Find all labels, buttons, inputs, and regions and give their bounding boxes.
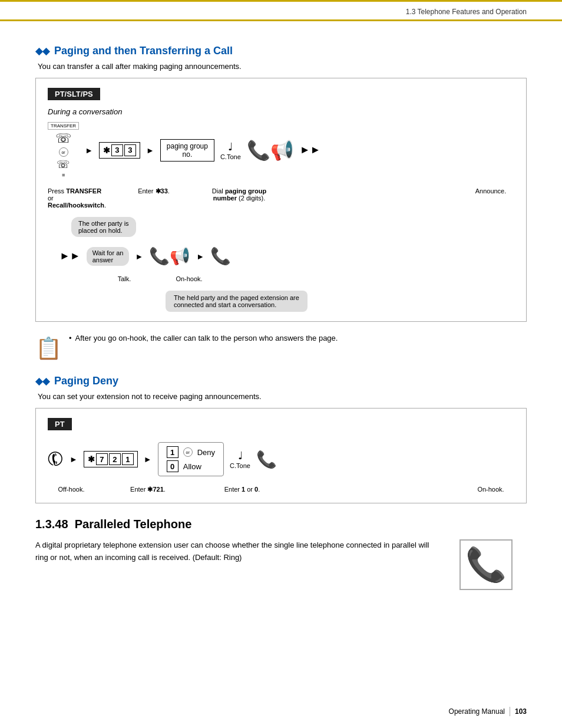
deny-onhook-icon: 📞 <box>256 450 277 469</box>
paralleled-desc: A digital proprietary telephone extensio… <box>35 539 436 564</box>
arrow-3: ► <box>135 252 143 261</box>
paging-deny-diagram: PT ✆ ► ✱ 7 2 1 ► 1 or <box>35 408 527 503</box>
deny-captions: Off-hook. Enter ✱721. Enter 1 or 0. On-h… <box>48 486 514 493</box>
deny-arrow-2: ► <box>144 454 152 464</box>
deny-allow-box: 1 or Deny 0 Allow <box>158 442 224 476</box>
deny-flow-row: ✆ ► ✱ 7 2 1 ► 1 or Deny <box>48 442 514 476</box>
diagram-pt-slt-ps-label: PT/SLT/PS <box>48 88 100 100</box>
flow-row-2: ►► Wait for ananswer ► 📞📢 ► 📞 <box>59 246 514 266</box>
allow-label: Allow <box>183 462 201 471</box>
deny-or-circle: or <box>183 447 193 457</box>
onhook-caption-1: On-hook. <box>166 275 213 282</box>
section-title-paging-deny: ◆◆ Paging Deny <box>35 375 527 387</box>
page-header: 1.3 Telephone Features and Operation <box>0 2 562 21</box>
flow-row-1: TRANSFER ☏ or ☏ ≡ ► ✱ 3 3 ► paging group… <box>48 122 514 178</box>
section-paging-deny: ◆◆ Paging Deny You can set your extensio… <box>35 375 527 503</box>
paralleled-section-title: 1.3.48 Paralleled Telephone <box>35 518 527 531</box>
dial-paging-caption: Dial paging group number (2 digits). <box>201 187 277 209</box>
paging-transfer-desc: You can transfer a call after making pag… <box>38 62 527 71</box>
press-transfer-caption: Press TRANSFER or Recall/hookswitch. <box>48 187 107 209</box>
key-2: 2 <box>109 453 121 465</box>
talk-caption: Talk. <box>101 275 148 282</box>
section-number: 1.3.48 <box>35 518 68 531</box>
section-paralleled-telephone: 1.3.48 Paralleled Telephone A digital pr… <box>35 518 527 590</box>
paging-group-box: paging groupno. <box>160 139 214 162</box>
ctone-label-2: C.Tone <box>230 462 250 469</box>
diagram-pt-label: PT <box>48 418 72 430</box>
enter-star721-caption: Enter ✱721. <box>118 486 177 493</box>
arrow-1: ► <box>85 146 93 155</box>
diamond-icon-2: ◆◆ <box>35 375 49 387</box>
key-7: 7 <box>96 453 108 465</box>
ctone-note-symbol: ♩ <box>228 140 233 153</box>
paging-transfer-diagram: PT/SLT/PS During a conversation TRANSFER… <box>35 78 527 322</box>
deny-arrow-1: ► <box>70 454 78 464</box>
section-heading: Paralleled Telephone <box>75 518 192 531</box>
header-section-ref: 1.3 Telephone Features and Operation <box>406 8 527 16</box>
ctone-area-1: ♩ C.Tone <box>220 140 241 160</box>
wait-bubble: Wait for ananswer <box>87 247 130 266</box>
paralleled-phone-icon: 📞 <box>459 539 513 590</box>
paging-group-label: paging groupno. <box>167 142 208 159</box>
note-bullet: • After you go on-hook, the caller can t… <box>69 334 338 342</box>
ctone-note-symbol-2: ♩ <box>238 449 243 462</box>
during-conversation-label: During a conversation <box>48 107 514 116</box>
enter-star33-caption: Enter ✱33. <box>124 187 183 209</box>
onhook-caption-deny: On-hook. <box>467 486 514 493</box>
allow-row: 0 Allow <box>167 460 215 472</box>
paging-deny-title: Paging Deny <box>54 375 118 387</box>
star-key: ✱ <box>103 146 110 155</box>
or-circle: or <box>59 147 68 157</box>
captions-row-2: Talk. On-hook. <box>101 275 514 282</box>
page-footer: Operating Manual 103 <box>449 707 527 716</box>
deny-star-key: ✱ <box>88 454 95 464</box>
transfer-button-icon: TRANSFER ☏ or ☏ ≡ <box>48 122 79 178</box>
deny-label: Deny <box>197 448 215 457</box>
footer-manual-label: Operating Manual <box>449 707 505 716</box>
ctone-area-2: ♩ C.Tone <box>230 449 250 469</box>
key-sequence-star721: ✱ 7 2 1 <box>84 451 138 467</box>
section-title-paging-transfer: ◆◆ Paging and then Transferring a Call <box>35 45 527 57</box>
announce-area: 📞📢 <box>247 139 294 162</box>
talk-phone-icon: 📞📢 <box>149 246 190 266</box>
footer-divider <box>510 707 510 716</box>
paging-transfer-title: Paging and then Transferring a Call <box>54 45 233 57</box>
ctone-label-1: C.Tone <box>220 153 241 160</box>
note-book-icon: 📋 <box>35 336 62 361</box>
arrow-2: ► <box>146 146 154 155</box>
paging-deny-desc: You can set your extension not to receiv… <box>38 392 527 401</box>
diamond-icon-1: ◆◆ <box>35 45 49 57</box>
onhook-phone-icon: 📞 <box>210 246 231 266</box>
captions-row-1: Press TRANSFER or Recall/hookswitch. Ent… <box>48 187 514 209</box>
key-sequence-star33: ✱ 3 3 <box>99 142 140 159</box>
note-text: After you go on-hook, the caller can tal… <box>75 334 338 342</box>
allow-num-box: 0 <box>167 460 178 472</box>
offhook-caption: Off-hook. <box>48 486 95 493</box>
info-bubble: The held party and the paged extension a… <box>166 291 308 312</box>
enter-1or0-caption: Enter 1 or 0. <box>207 486 277 493</box>
announce-icon: 📞📢 <box>247 139 294 162</box>
note-area: 📋 • After you go on-hook, the caller can… <box>35 334 527 361</box>
section-paging-transfer: ◆◆ Paging and then Transferring a Call Y… <box>35 45 527 361</box>
section-48-content-row: A digital proprietary telephone extensio… <box>35 539 527 590</box>
announce-caption: Announce. <box>467 187 514 209</box>
transfer-key-label: TRANSFER <box>48 122 79 130</box>
arrow-4: ► <box>196 252 204 261</box>
footer-page-number: 103 <box>515 707 527 716</box>
deny-row: 1 or Deny <box>167 446 215 458</box>
double-arrow-2: ►► <box>59 250 81 262</box>
hold-bubble: The other party isplaced on hold. <box>71 217 136 237</box>
key-3b: 3 <box>124 144 136 156</box>
key-3a: 3 <box>111 144 123 156</box>
key-1-deny: 1 <box>122 453 134 465</box>
offhook-phone-icon: ✆ <box>43 446 68 473</box>
deny-num-box: 1 <box>167 446 178 458</box>
double-arrow-1: ►► <box>300 144 321 156</box>
